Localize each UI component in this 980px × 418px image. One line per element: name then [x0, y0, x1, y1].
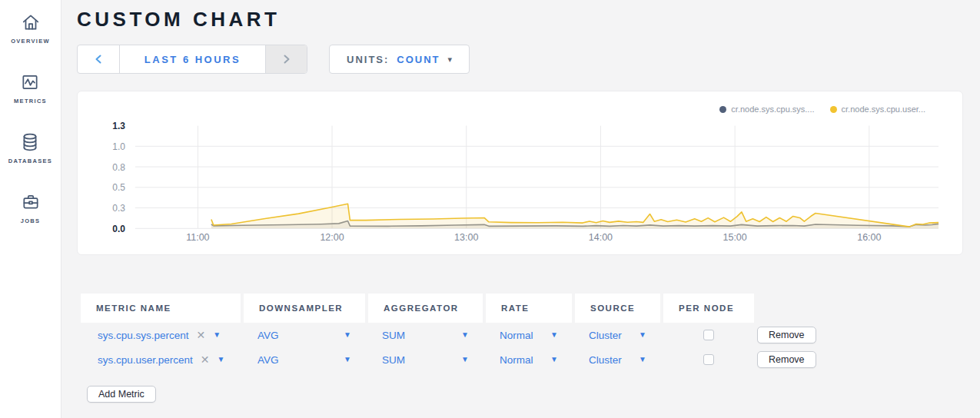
- legend-dot-icon: [830, 106, 837, 113]
- units-value: COUNT: [397, 54, 440, 65]
- chart-series-1: [211, 204, 938, 228]
- chevron-down-icon: ▼: [550, 331, 558, 339]
- home-icon: [21, 12, 41, 32]
- chevron-down-icon: ▾: [448, 55, 453, 65]
- metrics-table: METRIC NAME DOWNSAMPLER AGGREGATOR RATE …: [81, 294, 980, 372]
- sidebar-item-overview[interactable]: OVERVIEW: [11, 12, 50, 45]
- column-header-downsampler: DOWNSAMPLER: [244, 294, 365, 323]
- chevron-down-icon: ▼: [461, 356, 469, 363]
- sidebar-item-databases[interactable]: DATABASES: [8, 132, 52, 164]
- svg-text:1.0: 1.0: [112, 141, 125, 152]
- source-dropdown[interactable]: Cluster ▼: [575, 347, 660, 372]
- chevron-left-icon: [95, 55, 102, 64]
- sidebar-item-label: JOBS: [21, 217, 41, 224]
- column-header-rate: RATE: [486, 294, 572, 323]
- legend-item[interactable]: cr.node.sys.cpu.sys....: [719, 104, 814, 114]
- remove-metric-button[interactable]: Remove: [757, 327, 816, 343]
- downsampler-value: AVG: [257, 354, 279, 366]
- svg-text:12:00: 12:00: [320, 232, 344, 243]
- rate-dropdown[interactable]: Normal ▼: [486, 347, 572, 372]
- sidebar-item-jobs[interactable]: JOBS: [21, 192, 41, 224]
- per-node-checkbox[interactable]: [703, 354, 714, 365]
- chevron-down-icon: ▼: [213, 331, 221, 339]
- units-selector[interactable]: UNITS: COUNT ▾: [329, 45, 470, 74]
- time-window-next-button[interactable]: [265, 45, 307, 73]
- rate-value: Normal: [500, 330, 533, 341]
- per-node-cell: [663, 323, 754, 347]
- svg-text:1.3: 1.3: [112, 121, 125, 131]
- column-header-actions: [757, 294, 857, 323]
- metric-name-value: sys.cpu.user.percent: [98, 354, 193, 366]
- aggregator-value: SUM: [382, 330, 405, 341]
- chart-legend: cr.node.sys.cpu.sys....cr.node.sys.cpu.u…: [719, 104, 925, 114]
- chevron-right-icon: [283, 55, 291, 64]
- metrics-icon: [20, 72, 40, 92]
- metric-name-dropdown[interactable]: sys.cpu.sys.percent ✕ ▼: [81, 323, 241, 347]
- add-metric-button[interactable]: Add Metric: [87, 386, 156, 403]
- main-content: CUSTOM CHART LAST 6 HOURS UNITS: COUNT ▾…: [61, 0, 980, 418]
- legend-label: cr.node.sys.cpu.sys....: [731, 104, 814, 114]
- column-header-per-node: PER NODE: [663, 294, 754, 323]
- svg-text:13:00: 13:00: [454, 232, 478, 243]
- app-root: OVERVIEW METRICS DATABASES: [0, 0, 980, 418]
- per-node-checkbox[interactable]: [703, 330, 714, 340]
- metric-name-dropdown[interactable]: sys.cpu.user.percent ✕ ▼: [81, 347, 241, 372]
- per-node-cell: [663, 347, 754, 372]
- chevron-down-icon: ▼: [639, 356, 646, 363]
- legend-label: cr.node.sys.cpu.user...: [842, 104, 925, 114]
- column-header-source: SOURCE: [575, 294, 660, 323]
- svg-text:0.3: 0.3: [112, 203, 125, 214]
- time-window-prev-button[interactable]: [78, 45, 120, 73]
- svg-text:14:00: 14:00: [589, 232, 613, 243]
- actions-cell: Remove: [757, 347, 857, 372]
- briefcase-icon: [21, 192, 41, 212]
- chart-card: cr.node.sys.cpu.sys....cr.node.sys.cpu.u…: [77, 91, 963, 255]
- svg-text:0.5: 0.5: [112, 182, 125, 193]
- sidebar-item-label: OVERVIEW: [11, 38, 50, 45]
- remove-metric-button[interactable]: Remove: [757, 351, 816, 368]
- custom-chart: 11:0012:0013:0014:0015:0016:000.00.30.50…: [78, 91, 962, 254]
- downsampler-dropdown[interactable]: AVG ▼: [244, 323, 365, 347]
- column-header-aggregator: AGGREGATOR: [368, 294, 483, 323]
- database-icon: [20, 132, 40, 152]
- metric-name-value: sys.cpu.sys.percent: [98, 330, 189, 341]
- clear-metric-icon[interactable]: ✕: [197, 330, 206, 340]
- svg-text:0.8: 0.8: [112, 162, 125, 173]
- svg-text:0.0: 0.0: [112, 224, 125, 234]
- clear-metric-icon[interactable]: ✕: [201, 354, 210, 365]
- svg-text:15:00: 15:00: [723, 232, 747, 243]
- toolbar: LAST 6 HOURS UNITS: COUNT ▾: [77, 45, 980, 74]
- legend-item[interactable]: cr.node.sys.cpu.user...: [830, 104, 925, 114]
- svg-text:16:00: 16:00: [857, 232, 881, 243]
- chevron-down-icon: ▼: [218, 356, 225, 363]
- svg-text:11:00: 11:00: [186, 232, 209, 243]
- aggregator-dropdown[interactable]: SUM ▼: [368, 323, 483, 347]
- time-window-dropdown[interactable]: LAST 6 HOURS: [120, 45, 265, 73]
- chevron-down-icon: ▼: [344, 331, 351, 339]
- rate-value: Normal: [500, 354, 533, 366]
- source-dropdown[interactable]: Cluster ▼: [575, 323, 660, 347]
- actions-cell: Remove: [757, 323, 857, 347]
- downsampler-value: AVG: [257, 330, 279, 341]
- column-header-metric-name: METRIC NAME: [81, 294, 241, 323]
- time-window-selector: LAST 6 HOURS: [77, 45, 307, 74]
- legend-dot-icon: [719, 106, 726, 113]
- chevron-down-icon: ▼: [639, 331, 646, 339]
- rate-dropdown[interactable]: Normal ▼: [486, 323, 572, 347]
- page-title: CUSTOM CHART: [77, 8, 980, 32]
- units-label: UNITS:: [347, 54, 389, 65]
- downsampler-dropdown[interactable]: AVG ▼: [244, 347, 365, 372]
- chevron-down-icon: ▼: [344, 356, 351, 363]
- chevron-down-icon: ▼: [550, 356, 558, 363]
- sidebar-item-label: METRICS: [14, 98, 47, 104]
- aggregator-value: SUM: [382, 354, 405, 366]
- source-value: Cluster: [589, 354, 622, 366]
- sidebar-item-metrics[interactable]: METRICS: [14, 72, 47, 104]
- chevron-down-icon: ▼: [461, 331, 469, 339]
- source-value: Cluster: [589, 330, 622, 341]
- add-metric-wrap: Add Metric: [87, 386, 980, 403]
- sidebar-item-label: DATABASES: [8, 158, 52, 164]
- aggregator-dropdown[interactable]: SUM ▼: [368, 347, 483, 372]
- sidebar: OVERVIEW METRICS DATABASES: [0, 0, 61, 418]
